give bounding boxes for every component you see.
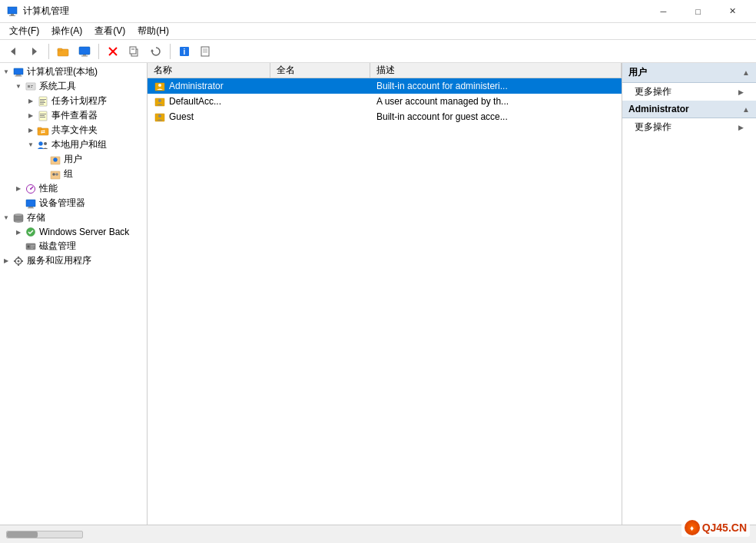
forward-button[interactable] — [25, 42, 45, 61]
action-panel: 用户 ▲ 更多操作 ▶ Administrator ▲ 更多操作 ▶ — [622, 63, 756, 525]
user-icon-administrator — [154, 80, 166, 92]
watermark-text: QJ45.CN — [702, 521, 747, 534]
menu-view[interactable]: 查看(V) — [88, 23, 131, 39]
scroll-track[interactable] — [6, 531, 83, 538]
tree-icon-groups — [49, 168, 61, 180]
window-title: 计算机管理 — [23, 5, 646, 18]
svg-point-57 — [14, 220, 23, 222]
svg-rect-24 — [15, 75, 22, 76]
tree-arrow-backup: ▶ — [12, 226, 25, 238]
svg-rect-69 — [22, 260, 23, 262]
tree-item-event-viewer[interactable]: ▶ 事件查看器 — [0, 108, 147, 123]
svg-rect-32 — [40, 101, 45, 101]
tree-item-root[interactable]: ▼ 计算机管理(本地) — [0, 65, 147, 79]
col-header-desc[interactable]: 描述 — [370, 63, 622, 78]
tree-arrow-shared: ▶ — [25, 124, 37, 137]
menu-help[interactable]: 帮助(H) — [131, 23, 175, 39]
table-row[interactable]: Guest Built-in account for guest acce... — [148, 109, 622, 124]
svg-point-42 — [39, 141, 43, 145]
tree-icon-backup — [25, 226, 37, 238]
tree-item-windows-backup[interactable]: ▶ Windows Server Back — [0, 225, 147, 239]
action-section-header-users[interactable]: 用户 ▲ — [622, 63, 756, 83]
svg-rect-36 — [40, 114, 46, 114]
tree-item-device-mgr[interactable]: 设备管理器 — [0, 196, 147, 210]
svg-rect-67 — [18, 264, 19, 266]
action-item-more-2[interactable]: 更多操作 ▶ — [622, 118, 756, 136]
svg-marker-3 — [11, 48, 15, 55]
menu-file[interactable]: 文件(F) — [3, 23, 45, 39]
table-row[interactable]: Administrator Built-in account for admin… — [148, 78, 622, 94]
action-section-header-admin[interactable]: Administrator ▲ — [622, 101, 756, 118]
tree-icon-task — [37, 95, 49, 108]
close-button[interactable]: ✕ — [715, 0, 750, 23]
tree-item-storage[interactable]: ▼ 存储 — [0, 210, 147, 225]
table-row[interactable]: DefaultAcc... A user account managed by … — [148, 94, 622, 109]
svg-rect-23 — [16, 74, 21, 76]
cell-name-guest: Guest — [148, 111, 270, 123]
tree-item-shared-folders[interactable]: ▶ ⇄ 共享文件夹 — [0, 123, 147, 137]
tree-label-groups: 组 — [64, 167, 73, 180]
tree-panel: ▼ 计算机管理(本地) ▼ — [0, 63, 148, 525]
svg-point-75 — [158, 114, 161, 118]
export-button[interactable] — [196, 42, 216, 61]
svg-point-73 — [158, 99, 161, 102]
scroll-thumb — [7, 531, 38, 538]
tree-item-performance[interactable]: ▶ 性能 — [0, 181, 147, 196]
tree-item-task-scheduler[interactable]: ▶ 任务计划程序 — [0, 94, 147, 108]
tree-arrow-services: ▶ — [0, 255, 12, 267]
action-item-more-1[interactable]: 更多操作 ▶ — [622, 83, 756, 101]
folder-button[interactable] — [53, 42, 73, 61]
tree-label-task: 任务计划程序 — [51, 94, 107, 108]
tree-icon-root — [12, 66, 25, 78]
minimize-button[interactable]: ─ — [646, 0, 681, 23]
tree-item-users[interactable]: 用户 — [0, 152, 147, 167]
back-button[interactable] — [3, 42, 23, 61]
action-collapse-users: ▲ — [742, 68, 750, 77]
menu-action[interactable]: 操作(A) — [45, 23, 88, 39]
svg-rect-9 — [81, 55, 88, 56]
tree-icon-shared: ⇄ — [37, 124, 49, 137]
tree-label-event: 事件查看器 — [51, 109, 98, 122]
window-controls: ─ □ ✕ — [646, 0, 750, 23]
svg-rect-6 — [58, 48, 62, 51]
svg-marker-15 — [151, 49, 154, 51]
tree-icon-storage — [12, 212, 25, 224]
svg-rect-27 — [28, 85, 30, 88]
svg-rect-0 — [8, 7, 17, 14]
svg-rect-34 — [40, 104, 44, 104]
svg-rect-61 — [31, 245, 35, 246]
tree-item-local-users[interactable]: ▼ 本地用户和组 — [0, 137, 147, 152]
action-section-title-admin: Administrator — [628, 104, 689, 114]
tree-arrow-root: ▼ — [0, 66, 12, 78]
tree-icon-services — [12, 255, 25, 267]
tree-arrow-perf: ▶ — [12, 183, 25, 195]
delete-button[interactable] — [103, 42, 123, 61]
copy-button[interactable] — [124, 42, 144, 61]
separator-3 — [170, 44, 171, 59]
menu-bar: 文件(F) 操作(A) 查看(V) 帮助(H) — [0, 23, 756, 40]
monitor-button[interactable] — [75, 42, 94, 61]
svg-point-65 — [18, 260, 20, 262]
svg-point-43 — [44, 142, 47, 145]
col-header-fullname[interactable]: 全名 — [270, 63, 370, 78]
tree-item-services[interactable]: ▶ 服务和应用程序 — [0, 253, 147, 268]
user-icon-defaultacc — [154, 95, 166, 108]
svg-rect-53 — [28, 207, 33, 208]
refresh-button[interactable] — [146, 42, 166, 61]
svg-rect-1 — [11, 14, 14, 15]
title-bar: 计算机管理 ─ □ ✕ — [0, 0, 756, 23]
maximize-button[interactable]: □ — [681, 0, 715, 23]
col-header-name[interactable]: 名称 — [148, 63, 270, 78]
status-bar — [0, 525, 756, 543]
tree-icon-disk — [25, 240, 37, 253]
tree-item-system-tools[interactable]: ▼ 系统工具 — [0, 79, 147, 94]
cell-desc-defaultacc: A user account managed by th... — [370, 96, 622, 107]
tree-label-root: 计算机管理(本地) — [27, 65, 98, 78]
cell-name-administrator: Administrator — [148, 80, 270, 92]
tree-item-disk-mgmt[interactable]: 磁盘管理 — [0, 239, 147, 253]
action-section-title-users: 用户 — [628, 66, 647, 79]
svg-rect-46 — [51, 171, 60, 179]
tree-arrow-storage: ▼ — [0, 212, 12, 224]
tree-item-groups[interactable]: 组 — [0, 167, 147, 181]
info-button[interactable]: i — [174, 42, 194, 61]
